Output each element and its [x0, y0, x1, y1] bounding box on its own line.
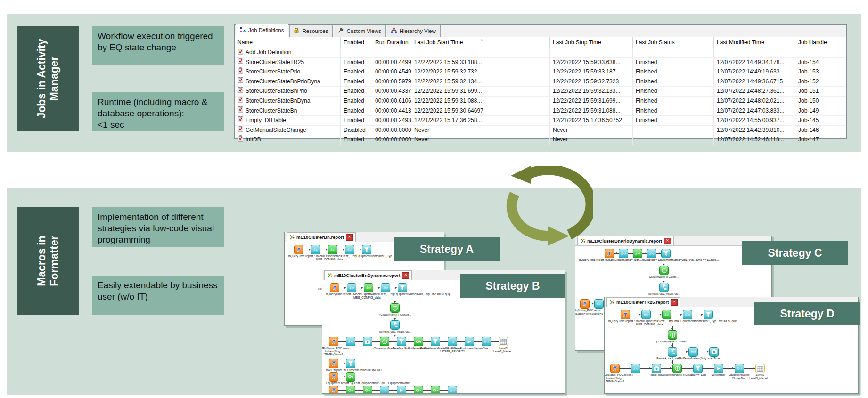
table-icon[interactable] [499, 337, 508, 346]
tab-resources[interactable]: Resources [289, 25, 333, 37]
table-cell: 12/22/2022 15:59:33.188... [411, 58, 550, 67]
table-row[interactable]: StoreClusterStateBnPrioEnabled00:00:00.4… [235, 87, 846, 97]
table-cell: 00:00:00.433734 [372, 87, 411, 96]
function-icon[interactable]: f(x) [688, 347, 698, 357]
join-icon[interactable] [668, 330, 677, 340]
report-source-icon[interactable] [294, 245, 303, 254]
function-script-icon[interactable]: f(x) [662, 310, 671, 319]
table-row[interactable]: StoreClusterStateTR25Enabled00:00:00.449… [235, 58, 846, 68]
function-script-icon[interactable]: f(x) [328, 245, 337, 254]
filter-icon[interactable] [431, 337, 440, 346]
filter-icon[interactable] [693, 364, 703, 373]
table-row[interactable]: GetManualStateChangeDisabled00:00:00.000… [235, 126, 846, 136]
key-icon[interactable] [346, 372, 355, 382]
report-source-icon[interactable] [330, 283, 339, 292]
function-icon[interactable]: f(x) [641, 310, 651, 319]
report-source-icon[interactable] [329, 337, 338, 346]
report-source-icon[interactable] [329, 359, 338, 368]
filter-icon[interactable] [397, 337, 406, 346]
pour-filter-icon[interactable] [390, 320, 400, 330]
tab-hierarchy-view[interactable]: Hierarchy View [387, 25, 441, 37]
function-icon[interactable]: f(x) [735, 364, 744, 373]
join-icon[interactable] [659, 266, 669, 275]
column-header[interactable]: Last Job Stop Time [550, 37, 633, 48]
report-source-icon[interactable] [580, 299, 590, 309]
report-file-icon [327, 271, 332, 280]
function-icon[interactable]: f(x) [347, 283, 356, 292]
column-header[interactable]: Name [235, 37, 341, 48]
function-icon[interactable]: f(x) [448, 386, 457, 393]
table-icon[interactable] [755, 364, 765, 373]
macro-flow-row: { ClusterName x Cluster... [668, 330, 855, 343]
window-tab[interactable]: mE10ClusterBnDynamic.report [324, 270, 412, 280]
function-script-icon[interactable]: f(x) [364, 283, 373, 292]
function-icon[interactable]: f(x) [594, 299, 604, 309]
function-icon[interactable]: f(x) [381, 283, 390, 292]
function-icon[interactable]: f(x) [345, 245, 354, 254]
join-icon[interactable] [390, 303, 400, 313]
join-icon[interactable] [380, 337, 389, 346]
table-cell: Finished [633, 77, 714, 87]
key-icon[interactable] [414, 386, 423, 393]
table-row[interactable]: StoreClusterStateBnDynaEnabled00:00:00.6… [235, 97, 846, 106]
report-source-icon[interactable] [621, 310, 630, 319]
column-header[interactable]: Run Duration [372, 37, 411, 48]
column-header[interactable]: Last Modified Time [714, 37, 795, 48]
filter-icon[interactable] [398, 283, 407, 292]
table-row[interactable]: InitDBEnabled00:00:00.000000NeverNever12… [235, 135, 846, 145]
snapshot-icon[interactable] [363, 337, 372, 346]
filter-icon[interactable] [362, 245, 371, 254]
function-icon[interactable]: f(x) [346, 337, 355, 346]
function-icon[interactable]: f(x) [619, 249, 628, 258]
key-icon[interactable] [414, 337, 423, 346]
pour-filter-icon[interactable] [659, 283, 669, 292]
play-icon[interactable]: ▶ [714, 364, 723, 373]
play-icon[interactable]: ▶ [397, 386, 406, 393]
join-icon[interactable] [672, 364, 682, 373]
column-header[interactable]: Enabled [341, 37, 372, 48]
window-tab[interactable]: mE10ClusterTR25.report [606, 297, 680, 307]
key-icon[interactable] [363, 386, 372, 393]
function-icon[interactable]: f(x) [311, 245, 320, 254]
filter-icon[interactable] [704, 310, 713, 319]
function-script-icon[interactable]: f(x) [633, 249, 642, 258]
flow-connector [640, 368, 652, 369]
snapshot-icon[interactable] [709, 347, 719, 357]
report-source-icon[interactable] [610, 364, 620, 373]
tab-job-definitions[interactable]: Job Definitions [236, 24, 288, 37]
table-cell: 12/22/2022 15:59:31.088... [411, 97, 550, 106]
function-icon[interactable]: f(x) [647, 249, 656, 258]
column-header[interactable]: Last Job Start Time˄ [411, 37, 550, 48]
sort-icon[interactable]: ↑↓ [380, 386, 389, 393]
snapshot-icon[interactable] [652, 364, 661, 373]
close-icon[interactable] [664, 238, 671, 244]
function-icon[interactable]: f(x) [683, 310, 692, 319]
sort-icon[interactable]: ↑↓ [448, 337, 457, 346]
table-cell [714, 48, 795, 57]
report-source-icon[interactable] [605, 249, 614, 258]
table-row[interactable]: StoreClusterStatePrioEnabled00:00:00.454… [235, 67, 846, 77]
flow-connector [723, 368, 735, 369]
column-header[interactable]: Job Handle [795, 37, 846, 48]
table-row[interactable]: StoreClusterStateBnPrioDynaEnabled00:00:… [235, 77, 846, 87]
table-row[interactable]: StoreClusterStateBnEnabled00:00:00.44130… [235, 106, 846, 116]
table-row[interactable]: Empty_DBTableEnabled00:00:00.24930212/21… [235, 116, 846, 126]
window-tab[interactable]: mE10ClusterBn.report [287, 232, 356, 242]
key-icon[interactable] [431, 386, 440, 393]
function-icon[interactable]: f(x) [631, 364, 640, 373]
filter-icon[interactable] [661, 249, 671, 258]
close-icon[interactable] [346, 234, 353, 241]
report-source-icon[interactable] [329, 372, 338, 382]
play-icon[interactable]: ▶ [465, 337, 474, 346]
key-icon[interactable] [346, 386, 355, 393]
close-icon[interactable] [671, 299, 678, 306]
table-row[interactable]: Add Job Definition [235, 48, 846, 58]
function-icon[interactable]: f(x) [482, 337, 491, 346]
table-cell: Never [550, 126, 633, 135]
column-header[interactable]: Last Job Status [633, 37, 714, 48]
close-icon[interactable] [402, 272, 409, 279]
filter-icon[interactable] [346, 359, 355, 368]
pour-filter-icon[interactable] [668, 347, 677, 357]
report-source-icon[interactable] [329, 386, 338, 393]
tab-custom-views[interactable]: Custom Views [334, 25, 385, 37]
